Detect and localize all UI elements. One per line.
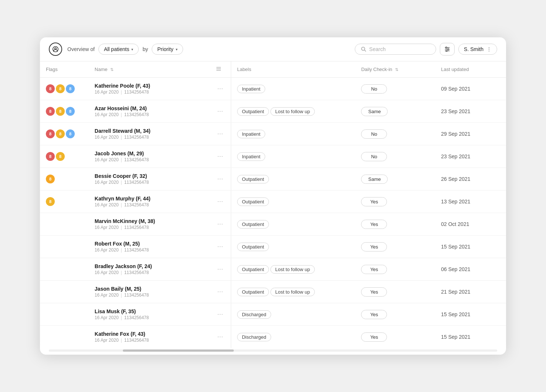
name-menu-header[interactable] xyxy=(213,61,230,78)
flags-cell: 8 xyxy=(40,190,89,213)
user-menu[interactable]: S. Smith ⋮ xyxy=(458,44,497,55)
patient-date: 16 Apr 2020 xyxy=(95,338,119,343)
patient-id: 1134256478 xyxy=(124,225,149,230)
patient-name[interactable]: Robert Fox (M, 25) xyxy=(95,241,207,247)
more-options-button[interactable]: ··· xyxy=(214,129,226,139)
table-row[interactable]: 8 Kathryn Murphy (F, 44) 16 Apr 2020 | 1… xyxy=(40,190,506,213)
table-row[interactable]: Lisa Musk (F, 35) 16 Apr 2020 | 11342564… xyxy=(40,303,506,326)
more-options-button[interactable]: ··· xyxy=(214,197,226,206)
updated-cell: 06 Sep 2021 xyxy=(435,258,506,281)
table-row[interactable]: Bradley Jackson (F, 24) 16 Apr 2020 | 11… xyxy=(40,258,506,281)
checkin-cell: Yes xyxy=(355,281,435,303)
flag-badge-red: 8 xyxy=(46,152,55,161)
more-options-button[interactable]: ··· xyxy=(214,219,226,229)
label-tag: Outpatient xyxy=(237,107,269,116)
patient-name[interactable]: Marvin McKinney (M, 38) xyxy=(95,218,207,224)
patients-table: Flags Name ⇅ Lab xyxy=(40,61,506,348)
patient-name[interactable]: Bradley Jackson (F, 24) xyxy=(95,263,207,269)
more-options-button[interactable]: ··· xyxy=(214,242,226,251)
label-tag: Inpatient xyxy=(237,152,265,161)
checkin-column-header[interactable]: Daily Check-in ⇅ xyxy=(355,61,435,78)
last-updated-value: 21 Sep 2021 xyxy=(441,289,470,295)
patient-name[interactable]: Bessie Cooper (F, 32) xyxy=(95,173,207,179)
label-tag: Outpatient xyxy=(237,288,269,296)
flag-badge-red: 8 xyxy=(46,107,55,116)
checkin-cell: Yes xyxy=(355,213,435,236)
more-options-button[interactable]: ··· xyxy=(214,84,226,94)
name-column-header[interactable]: Name ⇅ xyxy=(89,61,213,78)
more-options-button[interactable]: ··· xyxy=(214,310,226,319)
patient-name[interactable]: Azar Hosseini (M, 24) xyxy=(95,105,207,111)
patient-name[interactable]: Kathryn Murphy (F, 44) xyxy=(95,196,207,202)
updated-cell: 26 Sep 2021 xyxy=(435,168,506,190)
checkin-badge: Yes xyxy=(361,242,387,251)
patient-name-cell: Azar Hosseini (M, 24) 16 Apr 2020 | 1134… xyxy=(89,100,213,123)
table-row[interactable]: 88 Jacob Jones (M, 29) 16 Apr 2020 | 113… xyxy=(40,145,506,168)
more-actions-cell: ··· xyxy=(213,213,230,236)
filter-settings-button[interactable] xyxy=(440,43,455,55)
patient-name-cell: Marvin McKinney (M, 38) 16 Apr 2020 | 11… xyxy=(89,213,213,236)
patient-date: 16 Apr 2020 xyxy=(95,293,119,298)
updated-column-header: Last updated xyxy=(435,61,506,78)
more-actions-cell: ··· xyxy=(213,78,230,100)
label-tag: Inpatient xyxy=(237,130,265,138)
table-row[interactable]: 888 Katherine Poole (F, 43) 16 Apr 2020 … xyxy=(40,78,506,100)
more-options-button[interactable]: ··· xyxy=(214,287,226,297)
patient-name[interactable]: Jason Baily (M, 25) xyxy=(95,286,207,292)
svg-point-2 xyxy=(361,47,365,50)
flag-badge-red: 8 xyxy=(46,84,55,93)
search-box[interactable]: Search xyxy=(355,44,436,55)
horizontal-scrollbar[interactable] xyxy=(49,349,497,352)
labels-cell: Inpatient xyxy=(231,78,355,100)
more-options-button[interactable]: ··· xyxy=(214,152,226,161)
patient-meta: 16 Apr 2020 | 1134256478 xyxy=(95,338,207,343)
table-row[interactable]: Jason Baily (M, 25) 16 Apr 2020 | 113425… xyxy=(40,281,506,303)
checkin-badge: Yes xyxy=(361,287,387,297)
patient-name[interactable]: Lisa Musk (F, 35) xyxy=(95,308,207,314)
patient-date: 16 Apr 2020 xyxy=(95,180,119,185)
table-row[interactable]: Robert Fox (M, 25) 16 Apr 2020 | 1134256… xyxy=(40,236,506,258)
updated-cell: 15 Sep 2021 xyxy=(435,326,506,348)
priority-filter[interactable]: Priority ▾ xyxy=(152,44,183,55)
table-row[interactable]: Marvin McKinney (M, 38) 16 Apr 2020 | 11… xyxy=(40,213,506,236)
checkin-sort-icon: ⇅ xyxy=(395,67,398,72)
patient-date: 16 Apr 2020 xyxy=(95,135,119,140)
more-actions-cell: ··· xyxy=(213,168,230,190)
label-tag: Lost to follow up xyxy=(270,288,315,296)
checkin-badge: No xyxy=(361,152,387,161)
labels-cell: Inpatient xyxy=(231,123,355,145)
last-updated-value: 06 Sep 2021 xyxy=(441,266,470,272)
more-options-button[interactable]: ··· xyxy=(214,107,226,116)
more-actions-cell: ··· xyxy=(213,326,230,348)
patient-id: 1134256478 xyxy=(124,180,149,185)
patient-name[interactable]: Katherine Poole (F, 43) xyxy=(95,83,207,89)
updated-cell: 09 Sep 2021 xyxy=(435,78,506,100)
scrollbar-thumb[interactable] xyxy=(123,349,234,352)
label-tag: Inpatient xyxy=(237,85,265,93)
patient-id: 1134256478 xyxy=(124,270,149,275)
patient-meta: 16 Apr 2020 | 1134256478 xyxy=(95,293,207,298)
main-window: Overview of All patients ▾ by Priority ▾… xyxy=(40,37,506,355)
labels-cell: OutpatientLost to follow up xyxy=(231,258,355,281)
patient-name[interactable]: Jacob Jones (M, 29) xyxy=(95,151,207,156)
more-options-button[interactable]: ··· xyxy=(214,174,226,184)
table-row[interactable]: Katherine Fox (F, 43) 16 Apr 2020 | 1134… xyxy=(40,326,506,348)
more-options-button[interactable]: ··· xyxy=(214,264,226,274)
updated-cell: 02 Oct 2021 xyxy=(435,213,506,236)
last-updated-value: 29 Sep 2021 xyxy=(441,131,470,137)
labels-cell: OutpatientLost to follow up xyxy=(231,100,355,123)
patient-name[interactable]: Katherine Fox (F, 43) xyxy=(95,331,207,337)
more-options-button[interactable]: ··· xyxy=(214,332,226,342)
checkin-cell: Yes xyxy=(355,303,435,326)
patient-name[interactable]: Darrell Steward (M, 34) xyxy=(95,128,207,134)
table-row[interactable]: 888 Azar Hosseini (M, 24) 16 Apr 2020 | … xyxy=(40,100,506,123)
all-patients-filter[interactable]: All patients ▾ xyxy=(98,44,139,55)
checkin-badge: Yes xyxy=(361,332,387,342)
checkin-cell: Same xyxy=(355,100,435,123)
table-row[interactable]: 888 Darrell Steward (M, 34) 16 Apr 2020 … xyxy=(40,123,506,145)
flag-badge-orange: 8 xyxy=(46,175,55,183)
table-row[interactable]: 8 Bessie Cooper (F, 32) 16 Apr 2020 | 11… xyxy=(40,168,506,190)
flag-badge-blue: 8 xyxy=(66,84,75,93)
labels-cell: Discharged xyxy=(231,303,355,326)
chevron-down-icon: ▾ xyxy=(131,47,133,51)
